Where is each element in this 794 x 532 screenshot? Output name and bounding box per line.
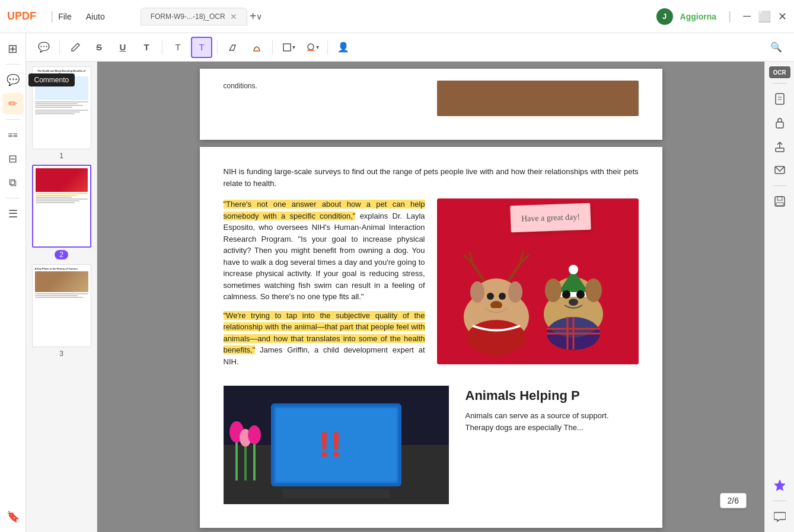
svg-point-8 [470,281,484,303]
pencil-toolbar-btn[interactable] [65,37,86,58]
thumbnail-number-3: 3 [59,350,63,358]
ocr-button[interactable]: OCR [769,66,790,78]
thumbnail-number-1: 1 [59,152,63,160]
svg-point-23 [569,265,578,274]
thumbnail-image-3: A Key Phase in the History of Tourism [32,264,91,347]
sidebar-pages-icon[interactable]: ⊞ [2,38,24,59]
svg-rect-2 [283,44,291,51]
user-toolbar-btn[interactable]: 👤 [333,37,354,58]
svg-marker-0 [72,43,79,51]
shape-toolbar-btn[interactable]: ▾ [278,37,299,58]
tulips-image: !! [224,386,449,504]
sidebar-sep-1 [6,64,20,65]
updf-logo-text: UPDF [7,10,36,23]
sticky-note: Have a great day! [511,203,592,233]
sidebar-comment-icon[interactable]: 💬 Commento [2,69,24,91]
new-tab-button[interactable]: + [250,9,257,23]
animals-body-text: Animals can serve as a source of support… [465,410,639,433]
thumb3-title: A Key Phase in the History of Tourism [35,267,88,270]
tab-bar: FORM-W9-...-18)_OCR ✕ + ∨ [141,8,263,25]
rs-share-icon[interactable] [769,136,790,157]
svg-point-45 [248,425,261,444]
toolbar-sep-1 [59,40,60,55]
main-layout: ⊞ 💬 Commento ✏ ≡≡ ⊟ ⧉ ☰ 🔖 💬 S U T T T [0,33,794,532]
animals-text-area: Animals Helping P Animals can serve as a… [461,386,639,433]
text2-toolbar-btn[interactable]: T [167,37,189,58]
svg-rect-56 [776,203,783,206]
strikethrough-toolbar-btn[interactable]: S [88,37,110,58]
thumbnail-number-2: 2 [55,250,68,259]
text-toolbar-btn[interactable]: T [136,37,157,58]
title-right-area: J Aggiorna | ─ ⬜ ✕ [656,8,787,25]
ocr-label: OCR [773,69,786,76]
text3-toolbar-btn[interactable]: T [191,37,212,58]
sidebar-forms-icon[interactable]: ≡≡ [2,124,24,146]
svg-point-19 [467,320,526,355]
svg-point-18 [490,301,502,309]
svg-text:!!: !! [318,425,342,464]
svg-point-27 [562,290,570,299]
panels-area: The Health and Mood-Boosting Benefits of… [26,62,794,532]
eraser-toolbar-btn[interactable] [222,37,244,58]
underline-toolbar-btn[interactable]: U [112,37,133,58]
toolbar-sep-2 [162,40,162,55]
menu-bar: File Aiuto [58,12,104,21]
sidebar-copy-icon[interactable]: ⧉ [2,172,24,193]
svg-point-3 [308,44,314,50]
color-picker-btn[interactable]: ▾ [301,37,323,58]
sidebar-layers-icon[interactable]: ☰ [2,203,24,225]
tab-close-button[interactable]: ✕ [230,12,237,21]
svg-point-29 [569,299,578,306]
fill-toolbar-btn[interactable] [246,37,267,58]
menu-file[interactable]: File [58,12,72,21]
close-button[interactable]: ✕ [778,10,787,23]
animals-section: !! Animals Helping P Animals can serve a… [224,386,639,509]
rs-email-icon[interactable] [769,159,790,181]
svg-point-16 [487,293,494,300]
rs-lock-icon[interactable] [769,112,790,133]
rs-save-icon[interactable] [769,191,790,212]
rs-document-icon[interactable] [769,88,790,110]
rs-star-icon[interactable] [769,475,790,496]
update-button[interactable]: Aggiorna [680,12,716,21]
toolbar: 💬 S U T T T ▾ ▾ [26,33,794,62]
toolbar-right: 🔍 [766,37,787,58]
svg-rect-1 [253,50,260,52]
content-wrapper: 💬 S U T T T ▾ ▾ [26,33,794,532]
svg-rect-55 [777,197,782,200]
toolbar-sep-3 [217,40,218,55]
window-controls: ─ ⬜ ✕ [743,10,787,23]
rs-sep-2 [773,185,787,186]
thumbnail-item-2[interactable]: 2 [31,165,92,259]
svg-rect-48 [776,94,784,104]
thumbnail-item-3[interactable]: A Key Phase in the History of Tourism 3 [31,264,92,358]
maximize-button[interactable]: ⬜ [758,10,771,23]
sidebar-bookmark-icon[interactable]: 🔖 [2,506,24,527]
title-bar: UPDF | File Aiuto FORM-W9-...-18)_OCR ✕ … [0,0,794,33]
user-avatar[interactable]: J [656,8,673,25]
thumbnail-image-2 [32,165,91,248]
toolbar-sep-5 [327,40,328,55]
pdf-scroll-container[interactable]: conditions. NIH is funding large-scale s… [97,62,764,532]
svg-rect-4 [307,50,314,51]
rs-chat-icon[interactable] [769,506,790,527]
sidebar-sep-2 [6,119,20,120]
thumbnail-item-1[interactable]: The Health and Mood-Boosting Benefits of… [31,66,92,160]
divider: | [728,9,731,23]
updf-logo[interactable]: UPDF [7,10,36,23]
sidebar-sep-3 [6,198,20,198]
search-toolbar-btn[interactable]: 🔍 [766,37,787,58]
menu-aiuto[interactable]: Aiuto [86,12,105,21]
pdf-page-1-partial: conditions. [200,69,662,140]
comment-toolbar-btn[interactable]: 💬 [33,37,55,58]
quote1-continues: explains Dr. Layla Esposito, who oversee… [224,211,425,302]
tabs-chevron[interactable]: ∨ [256,12,262,21]
svg-point-26 [585,278,602,302]
sidebar-organize-icon[interactable]: ⊟ [2,148,24,169]
svg-point-28 [576,290,585,299]
active-tab[interactable]: FORM-W9-...-18)_OCR ✕ [141,8,247,25]
minimize-button[interactable]: ─ [743,10,751,23]
sidebar-edit-icon[interactable]: ✏ [2,93,24,114]
page-number-display: 2/6 [728,496,739,505]
comment-icon-symbol: 💬 [7,73,20,86]
